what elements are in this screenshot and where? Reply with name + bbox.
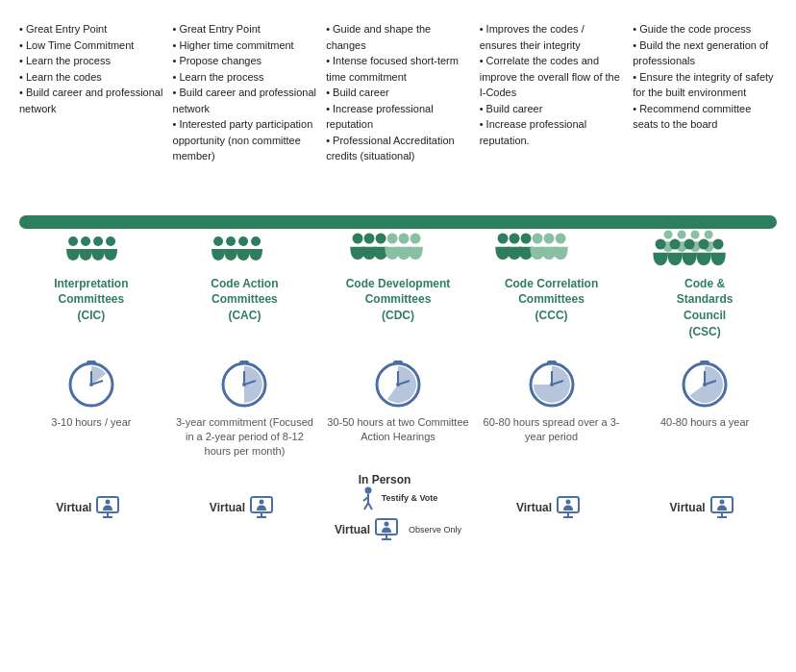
svg-point-2	[93, 236, 103, 246]
svg-point-27	[698, 238, 709, 249]
bullet-item: Interested party participation opportuni…	[173, 116, 317, 164]
figure-svg-cac	[184, 198, 320, 265]
svg-point-19	[556, 233, 566, 243]
walk-icon	[359, 486, 378, 511]
svg-point-20	[663, 230, 672, 238]
figure-group-cic	[38, 198, 175, 265]
bullet-item: Intense focused short-term time commitme…	[326, 53, 470, 85]
figure-svg-csc	[621, 198, 758, 265]
bullet-col-csc: Guide the code processBuild the next gen…	[633, 21, 777, 164]
svg-point-18	[544, 233, 555, 243]
svg-point-17	[533, 233, 543, 243]
svg-point-3	[106, 236, 115, 246]
svg-point-61	[259, 499, 263, 504]
clock-col-cdc: 30-50 hours at two Committee Action Hear…	[326, 354, 470, 445]
label-col-cdc: Code DevelopmentCommittees(CDC)	[326, 276, 470, 340]
svg-point-70	[385, 521, 389, 526]
bullet-col-cac: Great Entry PointHigher time commitmentP…	[173, 21, 317, 164]
svg-point-26	[684, 238, 694, 249]
label-col-cac: Code ActionCommittees(CAC)	[173, 276, 317, 340]
bullet-item: Higher time commitment	[173, 37, 317, 54]
main-container: Great Entry PointLow Time CommitmentLear…	[19, 21, 777, 542]
svg-line-65	[368, 503, 372, 510]
bullet-item: Improves the codes / ensures their integ…	[480, 21, 624, 53]
bullet-item: Professional Accreditation credits (situ…	[326, 133, 470, 164]
bullet-item: Learn the codes	[19, 69, 163, 86]
svg-rect-48	[547, 361, 557, 364]
figure-group-ccc	[475, 198, 611, 265]
bullet-item: Build career	[480, 101, 624, 117]
bullet-item: Correlate the codes and improve the over…	[480, 53, 624, 101]
bullet-item: Guide and shape the changes	[326, 21, 470, 53]
delivery-col-cic: Virtual	[19, 495, 163, 520]
bullet-item: Build career and professional network	[19, 85, 163, 116]
bullet-item: Increase professional reputation	[326, 101, 470, 133]
delivery-label-cic: Virtual	[56, 501, 91, 514]
svg-point-62	[364, 486, 371, 493]
svg-rect-53	[700, 361, 709, 364]
screen-icon-ccc	[556, 495, 586, 520]
figures-row	[19, 179, 777, 265]
svg-point-25	[669, 238, 680, 249]
delivery-label-ccc: Virtual	[516, 501, 552, 514]
svg-point-78	[719, 499, 724, 504]
svg-line-64	[364, 503, 368, 510]
label-col-csc: Code &StandardsCouncil(CSC)	[633, 276, 777, 340]
bullet-item: Learn the process	[19, 53, 163, 69]
labels-row: InterpretationCommittees(CIC)Code Action…	[19, 276, 777, 340]
screen-icon-csc	[709, 495, 740, 520]
delivery-label-cac: Virtual	[210, 501, 245, 514]
timeline-section	[19, 179, 777, 265]
clock-col-csc: 40-80 hours a year	[633, 354, 777, 430]
bullet-item: Build career	[326, 85, 470, 101]
screen-icon	[374, 517, 405, 542]
clock-label-csc: 40-80 hours a year	[660, 415, 749, 430]
svg-point-11	[386, 233, 397, 243]
svg-point-15	[510, 233, 520, 243]
clock-col-cac: 3-year commitment (Focused in a 2-year p…	[173, 354, 317, 460]
svg-point-74	[566, 499, 571, 504]
figure-group-cac	[184, 198, 320, 265]
label-col-ccc: Code CorrelationCommittees(CCC)	[480, 276, 624, 340]
bullet-col-cic: Great Entry PointLow Time CommitmentLear…	[19, 21, 163, 164]
delivery-col-csc: Virtual	[633, 495, 777, 520]
observe-only-label: Observe Only	[409, 525, 461, 535]
bullet-item: Low Time Commitment	[19, 37, 163, 54]
screen-icon-cac	[249, 495, 280, 520]
svg-point-21	[677, 230, 685, 238]
svg-point-57	[106, 499, 111, 504]
label-col-cic: InterpretationCommittees(CIC)	[19, 276, 163, 340]
svg-point-9	[363, 233, 374, 243]
svg-rect-38	[239, 361, 249, 364]
svg-point-12	[398, 233, 409, 243]
clocks-row: 3-10 hours / year3-year commitment (Focu…	[19, 354, 777, 460]
svg-point-16	[521, 233, 532, 243]
clock-icon-csc	[676, 354, 734, 411]
figure-svg-cdc	[330, 198, 466, 265]
bullet-item: Ensure the integrity of safety for the b…	[633, 69, 777, 101]
bullet-item: Increase professional reputation.	[480, 116, 624, 148]
svg-point-28	[712, 238, 723, 249]
figure-group-csc	[621, 198, 758, 265]
svg-point-10	[375, 233, 386, 243]
svg-point-4	[214, 236, 224, 246]
bullet-col-cdc: Guide and shape the changesIntense focus…	[326, 21, 470, 164]
clock-col-ccc: 60-80 hours spread over a 3-year period	[480, 354, 624, 445]
virtual-label: Virtual	[335, 523, 370, 536]
clock-label-cic: 3-10 hours / year	[51, 415, 131, 430]
testify-vote-label: Testify & Vote	[382, 493, 438, 505]
bullet-item: Build career and professional network	[173, 85, 317, 116]
bullet-item: Guide the code process	[633, 21, 777, 37]
figure-group-cdc	[330, 198, 466, 265]
clock-label-ccc: 60-80 hours spread over a 3-year period	[480, 415, 624, 445]
svg-point-1	[81, 236, 90, 246]
svg-point-14	[498, 233, 509, 243]
svg-point-6	[239, 236, 249, 246]
delivery-label-csc: Virtual	[670, 501, 706, 514]
svg-point-5	[227, 236, 236, 246]
figure-svg-cic	[38, 198, 175, 265]
inperson-label: In PersonTestify & Vote	[359, 473, 438, 511]
bullet-item: Great Entry Point	[173, 21, 317, 37]
svg-point-24	[655, 238, 665, 249]
bullet-item: Build the next generation of professiona…	[633, 37, 777, 69]
